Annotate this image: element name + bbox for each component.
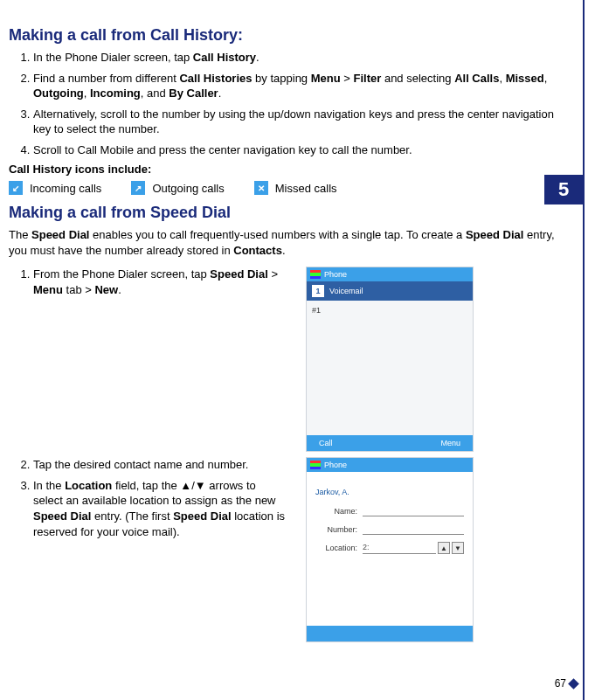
text-bold: Location bbox=[65, 479, 112, 492]
text-run: In the Phone Dialer screen, tap bbox=[33, 51, 193, 64]
text-run: , bbox=[499, 72, 505, 85]
icon-label: Outgoing calls bbox=[152, 182, 224, 195]
incoming-call-icon: ↙ bbox=[9, 181, 23, 195]
text-bold: Missed bbox=[506, 72, 544, 85]
form-row-number: Number: bbox=[315, 523, 464, 535]
text-bold: Call History bbox=[193, 51, 256, 64]
outgoing-call-icon: ↗ bbox=[131, 181, 145, 195]
speed-dial-intro: The Speed Dial enables you to call frequ… bbox=[9, 227, 571, 258]
text-bold: Call Histories bbox=[179, 72, 252, 85]
missed-call-icon: ✕ bbox=[254, 181, 268, 195]
text-bold: Contacts bbox=[233, 244, 282, 257]
text-run: , and bbox=[141, 87, 170, 100]
form-row-name: Name: bbox=[315, 505, 464, 516]
phone-titlebar: Phone bbox=[307, 458, 473, 472]
phone-screenshot-speed-dial-list: Phone 1 Voicemail #1 Call Menu bbox=[306, 267, 474, 452]
speed-dial-label: Voicemail bbox=[329, 287, 363, 295]
list-item: Alternatively, scroll to the number by u… bbox=[33, 107, 571, 137]
list-item: In the Phone Dialer screen, tap Call His… bbox=[33, 50, 571, 66]
text-bold: New bbox=[94, 283, 118, 296]
text-run: . bbox=[118, 283, 121, 296]
phone-form-area: Jarkov, A. Name: Number: Location: 2: ▲ … bbox=[307, 472, 473, 626]
speed-dial-entry: #1 bbox=[307, 301, 473, 320]
text-run: , bbox=[544, 72, 548, 85]
contact-header: Jarkov, A. bbox=[315, 488, 464, 496]
text-bold: Filter bbox=[354, 72, 382, 85]
speed-dial-sublabel: #1 bbox=[312, 306, 321, 315]
phone-softkey-bar bbox=[307, 626, 473, 641]
icon-label: Missed calls bbox=[275, 182, 337, 195]
text-bold: Speed Dial bbox=[31, 228, 89, 241]
icon-label: Incoming calls bbox=[30, 182, 101, 195]
list-item: From the Phone Dialer screen, tap Speed … bbox=[33, 267, 288, 297]
text-run: enables you to call frequently-used numb… bbox=[89, 228, 465, 241]
text-bold: By Caller bbox=[169, 87, 218, 100]
text-run: > bbox=[268, 267, 278, 281]
icons-intro: Call History icons include: bbox=[9, 163, 571, 176]
text-bold: Speed Dial bbox=[33, 509, 91, 523]
speed-dial-index: 1 bbox=[312, 285, 324, 297]
form-label: Name: bbox=[315, 507, 357, 516]
form-value bbox=[363, 505, 464, 516]
text-bold: Incoming bbox=[90, 87, 141, 100]
text-run: entry. (The first bbox=[91, 509, 173, 523]
text-run: icons include: bbox=[72, 163, 151, 176]
form-row-location: Location: 2: ▲ ▼ bbox=[315, 542, 464, 554]
call-icons-row: ↙ Incoming calls ↗ Outgoing calls ✕ Miss… bbox=[9, 181, 571, 195]
form-label: Location: bbox=[315, 544, 357, 552]
text-bold: Call History bbox=[9, 163, 72, 176]
form-label: Number: bbox=[315, 525, 357, 534]
text-bold: Speed Dial bbox=[466, 228, 523, 241]
text-bold: Menu bbox=[33, 283, 63, 296]
text-run: From the Phone Dialer screen, tap bbox=[33, 267, 210, 281]
spinner-up-icon: ▲ bbox=[438, 542, 450, 554]
text-run: The bbox=[9, 228, 31, 241]
text-run: . bbox=[218, 87, 222, 100]
text-run: , bbox=[84, 87, 90, 100]
text-run: tab > bbox=[63, 283, 95, 296]
page-number-decor-icon bbox=[568, 678, 579, 690]
text-run: by tapping bbox=[253, 72, 311, 85]
list-item: In the Location field, tap the ▲/▼ arrow… bbox=[33, 478, 288, 539]
phone-title: Phone bbox=[324, 270, 347, 279]
start-flag-icon bbox=[310, 461, 321, 469]
start-flag-icon bbox=[310, 270, 321, 279]
spinner-down-icon: ▼ bbox=[452, 542, 464, 554]
text-bold: All Calls bbox=[454, 72, 499, 85]
list-item: Tap the desired contact name and number. bbox=[33, 457, 288, 473]
phone-softkey-bar: Call Menu bbox=[307, 435, 473, 451]
softkey-left: Call bbox=[319, 439, 333, 447]
phone-title: Phone bbox=[324, 461, 347, 469]
text-run: . bbox=[282, 244, 286, 257]
section-title-call-history: Making a call from Call History: bbox=[9, 26, 571, 45]
speed-dial-steps-b: Tap the desired contact name and number.… bbox=[9, 457, 288, 539]
form-value: 2: bbox=[363, 543, 436, 554]
text-run: and selecting bbox=[381, 72, 454, 85]
text-run: . bbox=[256, 51, 259, 64]
chapter-number-badge: 5 bbox=[544, 175, 583, 204]
speed-dial-entry-selected: 1 Voicemail bbox=[307, 281, 473, 301]
speed-dial-steps-a: From the Phone Dialer screen, tap Speed … bbox=[9, 267, 288, 297]
phone-titlebar: Phone bbox=[307, 267, 473, 281]
list-item: Scroll to Call Mobile and press the cent… bbox=[33, 142, 571, 158]
phone-list-area: 1 Voicemail #1 bbox=[307, 281, 473, 435]
text-run: In the bbox=[33, 479, 65, 492]
page-number: 67 bbox=[555, 677, 566, 690]
text-run: > bbox=[341, 72, 354, 85]
list-item: Find a number from different Call Histor… bbox=[33, 71, 571, 101]
text-bold: Outgoing bbox=[33, 87, 84, 100]
page-right-border bbox=[583, 0, 585, 700]
phone-screenshot-speed-dial-form: Phone Jarkov, A. Name: Number: Location:… bbox=[306, 457, 474, 642]
text-bold: Menu bbox=[311, 72, 341, 85]
text-run: Find a number from different bbox=[33, 72, 179, 85]
form-value bbox=[363, 523, 464, 535]
text-bold: Speed Dial bbox=[210, 267, 267, 281]
text-bold: Speed Dial bbox=[173, 509, 231, 523]
softkey-right: Menu bbox=[440, 439, 460, 447]
call-history-steps: In the Phone Dialer screen, tap Call His… bbox=[9, 50, 571, 157]
section-title-speed-dial: Making a call from Speed Dial bbox=[9, 204, 571, 222]
